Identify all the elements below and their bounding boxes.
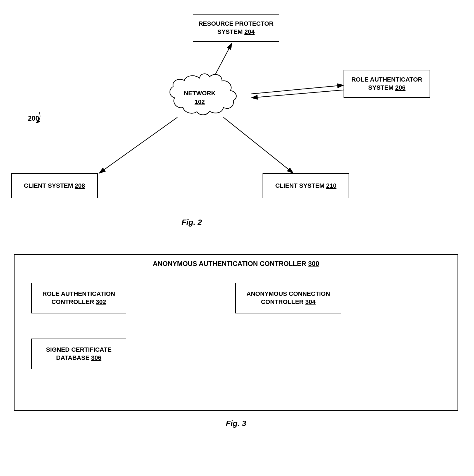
diagram-container: RESOURCE PROTECTOR SYSTEM 204 ROLE AUTHE… — [0, 0, 474, 476]
role-authenticator-system-box: ROLE AUTHENTICATOR SYSTEM 206 — [344, 70, 430, 98]
fig2-area: RESOURCE PROTECTOR SYSTEM 204 ROLE AUTHE… — [0, 6, 474, 246]
aac-title: ANONYMOUS AUTHENTICATION CONTROLLER 300 — [15, 260, 458, 268]
role-auth-controller-box: ROLE AUTHENTICATION CONTROLLER 302 — [31, 283, 126, 313]
fig3-caption: Fig. 3 — [14, 419, 458, 428]
rps-line1: RESOURCE PROTECTOR — [199, 20, 274, 28]
fig2-caption: Fig. 2 — [182, 218, 202, 227]
client-system-210-box: CLIENT SYSTEM 210 — [263, 173, 349, 198]
cs208-line1: CLIENT SYSTEM 208 — [24, 182, 85, 190]
signed-cert-db-box: SIGNED CERTIFICATE DATABASE 306 — [31, 339, 126, 369]
anon-connection-controller-box: ANONYMOUS CONNECTION CONTROLLER 304 — [235, 283, 341, 313]
client-system-208-box: CLIENT SYSTEM 208 — [11, 173, 98, 198]
fig3-area: ANONYMOUS AUTHENTICATION CONTROLLER 300 … — [14, 254, 458, 450]
svg-line-3 — [251, 85, 344, 94]
fig2-label-200: 200 — [28, 115, 39, 122]
network-label: NETWORK 102 — [184, 89, 216, 106]
ras-line1: ROLE AUTHENTICATOR — [351, 76, 422, 84]
resource-protector-system-box: RESOURCE PROTECTOR SYSTEM 204 — [193, 14, 279, 42]
network-cloud: NETWORK 102 — [148, 64, 251, 131]
svg-line-4 — [251, 90, 344, 98]
ras-line2: SYSTEM 206 — [368, 84, 405, 92]
rps-line2: SYSTEM 204 — [217, 28, 254, 36]
anonymous-auth-controller-box: ANONYMOUS AUTHENTICATION CONTROLLER 300 … — [14, 254, 458, 411]
cs210-line1: CLIENT SYSTEM 210 — [275, 182, 337, 190]
